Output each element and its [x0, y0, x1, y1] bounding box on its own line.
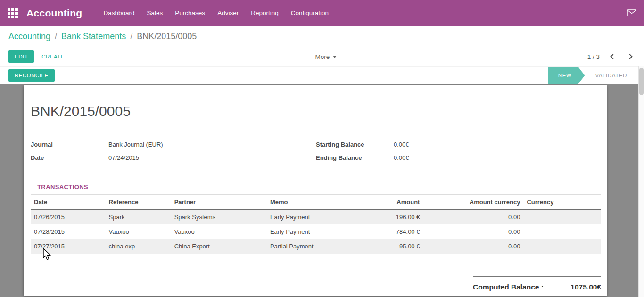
computed-balance-label: Computed Balance :: [473, 283, 544, 291]
cell-memo: Early Payment: [267, 210, 346, 225]
transactions-section-title: TRANSACTIONS: [37, 183, 88, 190]
status-bar: RECONCILE NEW VALIDATED: [0, 66, 644, 84]
cell-currency: [523, 210, 601, 225]
record-title: BNK/2015/0005: [31, 103, 601, 119]
cell-currency: [523, 239, 601, 254]
ending-balance-value: 0.00€: [394, 154, 409, 161]
transactions-table: Date Reference Partner Memo Amount Amoun…: [31, 195, 601, 254]
column-header-partner[interactable]: Partner: [171, 195, 267, 210]
nav-item-reporting[interactable]: Reporting: [245, 9, 285, 16]
state-validated[interactable]: VALIDATED: [585, 67, 637, 84]
breadcrumb-current-record: BNK/2015/0005: [137, 32, 197, 41]
cell-reference: china exp: [106, 239, 171, 254]
nav-item-adviser[interactable]: Adviser: [211, 9, 245, 16]
breadcrumb-bank-statements[interactable]: Bank Statements: [61, 32, 126, 41]
cell-partner: Spark Systems: [171, 210, 267, 225]
cell-memo: Early Payment: [267, 224, 346, 239]
state-new[interactable]: NEW: [548, 67, 585, 84]
create-button[interactable]: CREATE: [41, 54, 65, 59]
record-sheet: BNK/2015/0005 Journal Bank Journal (EUR)…: [24, 85, 607, 296]
nav-item-dashboard[interactable]: Dashboard: [98, 9, 141, 16]
chevron-down-icon: [333, 56, 337, 58]
cell-reference: Vauxoo: [106, 224, 171, 239]
cell-amount-currency: 0.00: [423, 239, 523, 254]
breadcrumb-separator: /: [55, 32, 57, 41]
date-label: Date: [31, 154, 108, 161]
breadcrumb-separator: /: [130, 32, 132, 41]
table-header-row: Date Reference Partner Memo Amount Amoun…: [31, 195, 601, 210]
date-value: 07/24/2015: [108, 154, 139, 161]
journal-label: Journal: [31, 141, 108, 148]
table-row[interactable]: 07/27/2015 china exp China Export Partia…: [31, 239, 601, 254]
cell-memo: Partial Payment: [267, 239, 346, 254]
journal-value: Bank Journal (EUR): [108, 141, 163, 148]
nav-item-sales[interactable]: Sales: [141, 9, 169, 16]
pager-previous-button[interactable]: [609, 53, 617, 60]
main-menu: Dashboard Sales Purchases Adviser Report…: [98, 9, 335, 16]
top-navbar: Accounting Dashboard Sales Purchases Adv…: [0, 0, 644, 26]
vertical-scrollbar[interactable]: [638, 66, 644, 297]
column-header-reference[interactable]: Reference: [106, 195, 171, 210]
statusbar-states: NEW VALIDATED: [548, 67, 637, 84]
cell-amount: 784.00 €: [346, 224, 423, 239]
cell-amount: 196.00 €: [346, 210, 423, 225]
app-title: Accounting: [26, 8, 83, 19]
chevron-left-icon: [610, 54, 615, 59]
cell-amount-currency: 0.00: [423, 210, 523, 225]
cell-partner: Vauxoo: [171, 224, 267, 239]
table-row[interactable]: 07/26/2015 Spark Spark Systems Early Pay…: [31, 210, 601, 225]
cell-reference: Spark: [106, 210, 171, 225]
cell-date: 07/28/2015: [31, 224, 106, 239]
scrollbar-thumb[interactable]: [639, 68, 644, 95]
field-group: Journal Bank Journal (EUR) Date 07/24/20…: [31, 141, 601, 167]
breadcrumb: Accounting / Bank Statements / BNK/2015/…: [0, 26, 644, 47]
column-header-amount[interactable]: Amount: [346, 195, 423, 210]
cell-amount-currency: 0.00: [423, 224, 523, 239]
cell-partner: China Export: [171, 239, 267, 254]
column-header-date[interactable]: Date: [31, 195, 106, 210]
pager-counter: 1 / 3: [587, 53, 600, 60]
pager: 1 / 3: [587, 53, 634, 60]
cell-currency: [523, 224, 601, 239]
cell-date: 07/27/2015: [31, 239, 106, 254]
chevron-right-icon: [627, 54, 632, 59]
nav-item-configuration[interactable]: Configuration: [285, 9, 335, 16]
table-row[interactable]: 07/28/2015 Vauxoo Vauxoo Early Payment 7…: [31, 224, 601, 239]
starting-balance-value: 0.00€: [394, 141, 409, 148]
computed-balance: Computed Balance : 1075.00€: [473, 276, 601, 291]
cell-date: 07/26/2015: [31, 210, 106, 225]
apps-grid-icon[interactable]: [8, 8, 18, 18]
form-view-background: BNK/2015/0005 Journal Bank Journal (EUR)…: [0, 84, 644, 297]
starting-balance-label: Starting Balance: [316, 141, 394, 148]
column-header-memo[interactable]: Memo: [267, 195, 346, 210]
ending-balance-label: Ending Balance: [316, 154, 394, 161]
column-header-currency[interactable]: Currency: [523, 195, 601, 210]
cell-amount: 95.00 €: [346, 239, 423, 254]
pager-next-button[interactable]: [626, 53, 634, 60]
more-dropdown-button[interactable]: More: [315, 53, 337, 60]
column-header-amount-currency[interactable]: Amount currency: [423, 195, 523, 210]
breadcrumb-accounting[interactable]: Accounting: [8, 32, 50, 41]
reconcile-button[interactable]: RECONCILE: [8, 69, 55, 82]
transactions-section-header: TRANSACTIONS: [31, 182, 601, 195]
nav-item-purchases[interactable]: Purchases: [169, 9, 211, 16]
messages-envelope-icon[interactable]: [627, 9, 636, 16]
more-dropdown-label: More: [315, 53, 330, 60]
edit-button[interactable]: EDIT: [8, 50, 34, 63]
computed-balance-value: 1075.00€: [570, 283, 601, 291]
control-bar: EDIT CREATE More 1 / 3: [0, 47, 644, 66]
